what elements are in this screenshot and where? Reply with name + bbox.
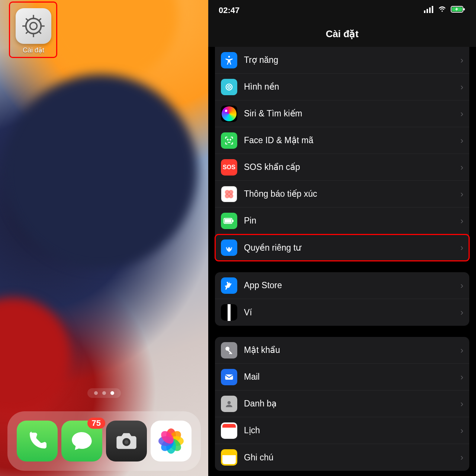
chevron-right-icon: › bbox=[460, 345, 463, 356]
settings-row-label: Mail bbox=[244, 372, 460, 382]
svg-rect-14 bbox=[429, 7, 431, 13]
svg-line-7 bbox=[39, 31, 41, 34]
svg-point-11 bbox=[125, 440, 129, 444]
dock: 75 bbox=[7, 411, 201, 471]
chevron-right-icon: › bbox=[460, 242, 463, 253]
keys-icon bbox=[221, 342, 237, 358]
settings-row-appstore[interactable]: App Store› bbox=[215, 272, 469, 299]
settings-row-label: Ghi chú bbox=[244, 453, 460, 463]
settings-group-1: Trợ năng›Hình nền›Siri & Tìm kiếm›Face I… bbox=[215, 47, 469, 261]
settings-row-label: Siri & Tìm kiếm bbox=[244, 109, 460, 119]
sos-icon: SOS bbox=[221, 159, 237, 176]
settings-screen: 02:47 Cài đặt Trợ năng›Hình nền›Siri & T… bbox=[208, 0, 476, 476]
settings-row-label: SOS khẩn cấp bbox=[244, 162, 460, 172]
chevron-right-icon: › bbox=[460, 82, 463, 92]
settings-app-label: Cài đặt bbox=[23, 46, 44, 54]
svg-rect-12 bbox=[424, 10, 425, 13]
notes-icon bbox=[221, 449, 237, 466]
chevron-right-icon: › bbox=[460, 399, 463, 409]
chevron-right-icon: › bbox=[460, 216, 463, 226]
settings-list[interactable]: Trợ năng›Hình nền›Siri & Tìm kiếm›Face I… bbox=[208, 47, 476, 476]
settings-row-label: Thông báo tiếp xúc bbox=[244, 189, 460, 199]
page-dot-active bbox=[110, 391, 114, 395]
settings-row-wallpaper[interactable]: Hình nền› bbox=[215, 74, 469, 100]
settings-row-battery[interactable]: Pin› bbox=[215, 208, 469, 234]
privacy-icon bbox=[221, 239, 237, 256]
wallpaper bbox=[0, 0, 208, 476]
svg-point-19 bbox=[228, 56, 230, 58]
settings-row-label: Lịch bbox=[244, 425, 460, 435]
settings-row-label: Quyền riêng tư bbox=[244, 243, 460, 253]
battery-icon bbox=[221, 213, 237, 229]
camera-app[interactable] bbox=[106, 421, 147, 461]
settings-row-notes[interactable]: Ghi chú› bbox=[215, 444, 469, 471]
settings-app[interactable]: Cài đặt bbox=[13, 8, 54, 54]
phone-app[interactable] bbox=[17, 421, 58, 461]
messages-badge: 75 bbox=[87, 418, 105, 429]
status-time: 02:47 bbox=[219, 6, 239, 15]
settings-row-label: Danh bạ bbox=[244, 399, 460, 409]
svg-point-1 bbox=[30, 22, 37, 29]
siri-icon bbox=[221, 106, 237, 122]
settings-row-label: Face ID & Mật mã bbox=[244, 135, 460, 145]
calendar-icon bbox=[221, 422, 237, 439]
svg-point-23 bbox=[230, 139, 231, 140]
settings-row-accessibility[interactable]: Trợ năng› bbox=[215, 47, 469, 74]
settings-row-calendar[interactable]: Lịch› bbox=[215, 417, 469, 444]
chevron-right-icon: › bbox=[460, 109, 463, 119]
photos-app[interactable] bbox=[151, 421, 192, 461]
settings-row-contacts[interactable]: Danh bạ› bbox=[215, 390, 469, 417]
svg-rect-30 bbox=[225, 219, 231, 223]
faceid-icon bbox=[221, 132, 237, 149]
settings-group-2: App Store›Ví› bbox=[215, 272, 469, 326]
page-title: Cài đặt bbox=[208, 21, 476, 47]
settings-icon bbox=[16, 8, 51, 44]
wallpaper-icon bbox=[221, 79, 237, 95]
settings-group-3: Mật khẩu›Mail›Danh bạ›Lịch›Ghi chú› bbox=[215, 337, 469, 471]
svg-point-21 bbox=[228, 86, 231, 88]
settings-row-privacy[interactable]: Quyền riêng tư› bbox=[215, 234, 469, 261]
exposure-icon bbox=[221, 186, 237, 202]
settings-row-mail[interactable]: Mail› bbox=[215, 364, 469, 390]
chevron-right-icon: › bbox=[460, 162, 463, 173]
settings-row-label: Ví bbox=[244, 308, 460, 318]
wallet-icon bbox=[221, 304, 237, 321]
settings-row-siri[interactable]: Siri & Tìm kiếm› bbox=[215, 100, 469, 127]
chevron-right-icon: › bbox=[460, 55, 463, 65]
page-dot bbox=[94, 391, 98, 395]
cellular-icon bbox=[424, 6, 434, 15]
chevron-right-icon: › bbox=[460, 280, 463, 291]
chevron-right-icon: › bbox=[460, 425, 463, 436]
svg-rect-13 bbox=[427, 9, 428, 13]
settings-row-label: Mật khẩu bbox=[244, 345, 460, 355]
settings-row-faceid[interactable]: Face ID & Mật mã› bbox=[215, 127, 469, 154]
wifi-icon bbox=[437, 6, 447, 15]
chevron-right-icon: › bbox=[460, 372, 463, 382]
chevron-right-icon: › bbox=[460, 452, 463, 463]
chevron-right-icon: › bbox=[460, 189, 463, 199]
svg-point-27 bbox=[229, 193, 234, 198]
settings-row-sos[interactable]: SOSSOS khẩn cấp› bbox=[215, 154, 469, 181]
settings-row-wallet[interactable]: Ví› bbox=[215, 299, 469, 326]
settings-row-label: Pin bbox=[244, 216, 460, 226]
svg-point-22 bbox=[227, 139, 228, 140]
status-bar: 02:47 bbox=[208, 0, 476, 21]
settings-row-keys[interactable]: Mật khẩu› bbox=[215, 337, 469, 364]
page-dot bbox=[102, 391, 106, 395]
settings-row-label: Hình nền bbox=[244, 82, 460, 92]
svg-rect-29 bbox=[232, 220, 234, 222]
battery-icon bbox=[451, 6, 466, 15]
settings-row-label: App Store bbox=[244, 280, 460, 290]
svg-line-9 bbox=[26, 31, 29, 34]
page-indicator[interactable] bbox=[87, 388, 121, 398]
svg-line-6 bbox=[26, 19, 29, 21]
chevron-right-icon: › bbox=[460, 135, 463, 146]
svg-line-8 bbox=[39, 19, 41, 21]
settings-row-exposure[interactable]: Thông báo tiếp xúc› bbox=[215, 181, 469, 208]
svg-rect-17 bbox=[463, 8, 465, 10]
messages-app[interactable]: 75 bbox=[61, 421, 102, 461]
settings-row-label: Trợ năng bbox=[244, 55, 460, 65]
svg-point-33 bbox=[228, 401, 231, 404]
chevron-right-icon: › bbox=[460, 307, 463, 318]
svg-rect-15 bbox=[432, 6, 433, 13]
